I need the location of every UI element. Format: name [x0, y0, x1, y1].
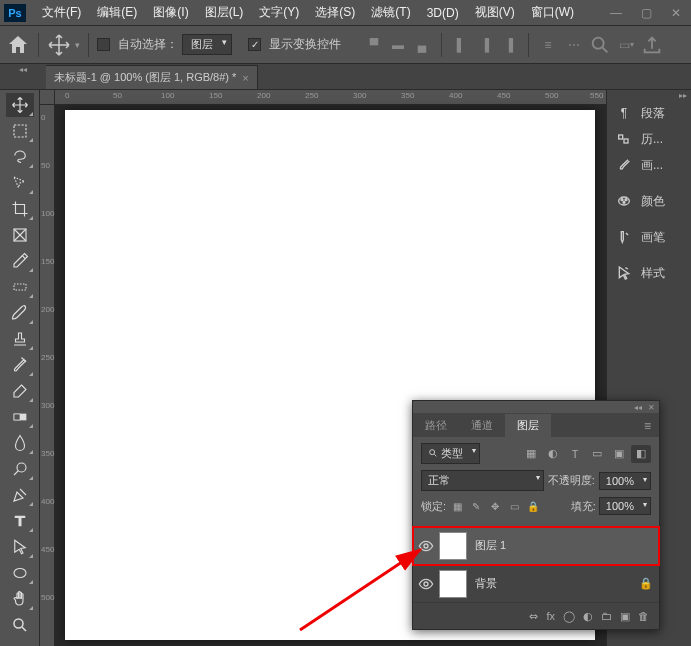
- styles-icon: [615, 264, 633, 282]
- panel-close-icon[interactable]: ✕: [648, 403, 655, 412]
- menu-window[interactable]: 窗口(W): [523, 4, 582, 21]
- align-left-icon[interactable]: ▌: [450, 34, 472, 56]
- panel-menu-icon[interactable]: ≡: [636, 415, 659, 437]
- doc-tab[interactable]: 未标题-1 @ 100% (图层 1, RGB/8#) * ×: [46, 65, 258, 89]
- show-transform-checkbox[interactable]: [248, 38, 261, 51]
- menu-layer[interactable]: 图层(L): [197, 4, 252, 21]
- menu-select[interactable]: 选择(S): [307, 4, 363, 21]
- layer-name[interactable]: 图层 1: [475, 538, 659, 553]
- layer-thumbnail[interactable]: [439, 532, 467, 560]
- panel-paragraph[interactable]: ¶ 段落: [607, 100, 691, 126]
- align-top-icon[interactable]: ▀: [363, 34, 385, 56]
- shape-tool[interactable]: [6, 561, 34, 585]
- align-vcenter-icon[interactable]: ▬: [387, 34, 409, 56]
- maximize-button[interactable]: ▢: [631, 2, 661, 24]
- new-layer-icon[interactable]: ▣: [620, 610, 630, 623]
- minimize-button[interactable]: —: [601, 2, 631, 24]
- panels-collapse-icon[interactable]: ▸▸: [607, 90, 691, 100]
- tab-channels[interactable]: 通道: [459, 414, 505, 437]
- crop-tool[interactable]: [6, 197, 34, 221]
- pen-tool[interactable]: [6, 483, 34, 507]
- layer-mask-icon[interactable]: ◯: [563, 610, 575, 623]
- eyedropper-tool[interactable]: [6, 249, 34, 273]
- menu-type[interactable]: 文字(Y): [251, 4, 307, 21]
- menu-image[interactable]: 图像(I): [145, 4, 196, 21]
- auto-select-target-dropdown[interactable]: 图层: [182, 34, 232, 55]
- lock-transparency-icon[interactable]: ▦: [449, 498, 465, 514]
- distribute-icon[interactable]: ≡: [537, 34, 559, 56]
- filter-type-dropdown[interactable]: 类型: [421, 443, 480, 464]
- panel-collapse-icon[interactable]: ◂◂: [634, 403, 642, 412]
- layer-style-icon[interactable]: fx: [546, 610, 555, 622]
- healing-tool[interactable]: [6, 275, 34, 299]
- blur-tool[interactable]: [6, 431, 34, 455]
- panel-history[interactable]: 历...: [607, 126, 691, 152]
- gradient-tool[interactable]: [6, 405, 34, 429]
- svg-point-19: [623, 201, 625, 203]
- link-layers-icon[interactable]: ⇔: [529, 610, 538, 623]
- menu-filter[interactable]: 滤镜(T): [363, 4, 418, 21]
- workspace-icon[interactable]: ▭▾: [615, 34, 637, 56]
- type-tool[interactable]: [6, 509, 34, 533]
- eraser-tool[interactable]: [6, 379, 34, 403]
- home-icon[interactable]: [6, 33, 30, 57]
- layer-name[interactable]: 背景: [475, 576, 639, 591]
- tools-collapse-icon[interactable]: ◂◂: [0, 64, 46, 74]
- filter-adjust-icon[interactable]: ◐: [543, 445, 563, 463]
- panel-brushes[interactable]: 画...: [607, 152, 691, 178]
- layer-row[interactable]: 背景 🔒: [413, 565, 659, 603]
- lock-all-icon[interactable]: 🔒: [525, 498, 541, 514]
- layer-visibility-icon[interactable]: [413, 576, 439, 592]
- marquee-tool[interactable]: [6, 119, 34, 143]
- menu-3d[interactable]: 3D(D): [419, 6, 467, 20]
- svg-line-10: [14, 471, 19, 476]
- layer-visibility-icon[interactable]: [413, 538, 439, 554]
- fill-dropdown[interactable]: 100%: [599, 497, 651, 515]
- hand-tool[interactable]: [6, 587, 34, 611]
- history-brush-tool[interactable]: [6, 353, 34, 377]
- panel-color[interactable]: 颜色: [607, 188, 691, 214]
- menu-edit[interactable]: 编辑(E): [89, 4, 145, 21]
- adjustment-layer-icon[interactable]: ◐: [583, 610, 593, 623]
- filter-shape-icon[interactable]: ▭: [587, 445, 607, 463]
- tab-paths[interactable]: 路径: [413, 414, 459, 437]
- filter-type-icon[interactable]: T: [565, 445, 585, 463]
- opacity-dropdown[interactable]: 100%: [599, 472, 651, 490]
- align-right-icon[interactable]: ▐: [498, 34, 520, 56]
- tab-close-icon[interactable]: ×: [242, 72, 248, 84]
- panel-brush-settings[interactable]: 画笔: [607, 224, 691, 250]
- quick-select-tool[interactable]: [6, 171, 34, 195]
- move-tool[interactable]: [6, 93, 34, 117]
- menu-view[interactable]: 视图(V): [467, 4, 523, 21]
- layer-row[interactable]: 图层 1: [413, 527, 659, 565]
- filter-smart-icon[interactable]: ▣: [609, 445, 629, 463]
- more-icon[interactable]: ⋯: [563, 34, 585, 56]
- search-icon[interactable]: [589, 34, 611, 56]
- lock-artboard-icon[interactable]: ▭: [506, 498, 522, 514]
- auto-select-checkbox[interactable]: [97, 38, 110, 51]
- share-icon[interactable]: [641, 34, 663, 56]
- panel-styles[interactable]: 样式: [607, 260, 691, 286]
- menu-file[interactable]: 文件(F): [34, 4, 89, 21]
- show-transform-label: 显示变换控件: [269, 36, 341, 53]
- lock-position-icon[interactable]: ✥: [487, 498, 503, 514]
- move-tool-icon[interactable]: [47, 33, 71, 57]
- align-hcenter-icon[interactable]: ▐: [474, 34, 496, 56]
- new-group-icon[interactable]: 🗀: [601, 610, 612, 622]
- brush-tool[interactable]: [6, 301, 34, 325]
- dodge-tool[interactable]: [6, 457, 34, 481]
- path-select-tool[interactable]: [6, 535, 34, 559]
- frame-tool[interactable]: [6, 223, 34, 247]
- blend-mode-dropdown[interactable]: 正常: [421, 470, 544, 491]
- tab-layers[interactable]: 图层: [505, 414, 551, 437]
- lasso-tool[interactable]: [6, 145, 34, 169]
- stamp-tool[interactable]: [6, 327, 34, 351]
- filter-pixel-icon[interactable]: ▦: [521, 445, 541, 463]
- layer-thumbnail[interactable]: [439, 570, 467, 598]
- lock-image-icon[interactable]: ✎: [468, 498, 484, 514]
- delete-layer-icon[interactable]: 🗑: [638, 610, 649, 622]
- filter-toggle-icon[interactable]: ◧: [631, 445, 651, 463]
- zoom-tool[interactable]: [6, 613, 34, 637]
- align-bottom-icon[interactable]: ▄: [411, 34, 433, 56]
- close-button[interactable]: ✕: [661, 2, 691, 24]
